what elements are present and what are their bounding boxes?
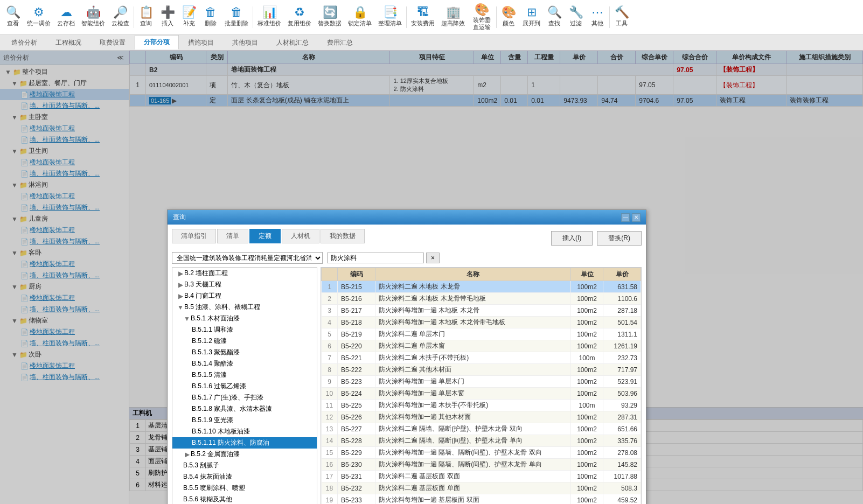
toolbar-lock-clear[interactable]: 🔒 锁定清单 <box>345 5 375 29</box>
toolbar-other[interactable]: ⋯ 其他 <box>587 5 608 29</box>
dialog-result-row[interactable]: 4 B5-218 防火涂料每增加一遍 木地板 木龙骨带毛地板 100m2 501… <box>322 317 641 328</box>
toolbar-batch-delete[interactable]: 🗑 批量删除 <box>221 5 252 29</box>
result-code: B5-229 <box>338 447 375 459</box>
dtree-b5-1-6[interactable]: B.5.1.6 过氯乙烯漆 <box>172 381 317 392</box>
toolbar-supplement[interactable]: 📝 补充 <box>178 5 200 29</box>
tab-cost-analysis[interactable]: 造价分析 <box>2 36 46 50</box>
dialog-result-row[interactable]: 8 B5-222 防火涂料二遍 其他木材面 100m2 717.97 <box>322 364 641 376</box>
toolbar-insert[interactable]: ➕ 插入 <box>157 5 178 29</box>
dialog-result-row[interactable]: 5 B5-219 防火涂料二遍 单层木门 100m2 1311.1 <box>322 328 641 340</box>
dialog-result-row[interactable]: 14 B5-228 防火涂料二遍 隔墙、隔断(间壁)、护壁木龙骨 单向 100m… <box>322 435 641 447</box>
dialog-result-row[interactable]: 3 B5-217 防火涂料每增加一遍 木地板 木龙骨 100m2 287.18 <box>322 305 641 317</box>
dialog-result-row[interactable]: 1 B5-215 防火涂料二遍 木地板 木龙骨 100m2 631.58 <box>322 281 641 293</box>
dialog-result-row[interactable]: 12 B5-226 防火涂料每增加一遍 其他木材面 100m2 287.31 <box>322 411 641 423</box>
toolbar-query[interactable]: 📋 查询 <box>135 5 157 29</box>
toolbar-delete[interactable]: 🗑 删除 <box>200 5 221 29</box>
dialog-minimize-btn[interactable]: — <box>621 213 630 222</box>
tab-quota-settings[interactable]: 取费设置 <box>91 36 135 50</box>
dialog-action-btns: 插入(I) 替换(R) <box>551 231 642 246</box>
toolbar-install-cost[interactable]: 🏗 安装费用 <box>408 5 438 29</box>
find-icon: 🔍 <box>547 6 562 18</box>
dtree-b5-6[interactable]: B.5.6 裱糊及其他 <box>172 494 317 504</box>
toolbar-cloud-check[interactable]: 🔎 云检查 <box>108 5 133 29</box>
dialog-result-row[interactable]: 18 B5-232 防火涂料二遍 基层板面 单面 100m2 508.3 <box>322 482 641 494</box>
insert-btn[interactable]: 插入(I) <box>551 231 593 246</box>
dialog-result-row[interactable]: 13 B5-227 防火涂料二遍 隔墙、隔断(护壁)、护壁木龙骨 双向 100m… <box>322 423 641 435</box>
toolbar-color[interactable]: 🎨 颜色 <box>498 5 519 29</box>
toolbar-replace-data[interactable]: 🔄 替换数据 <box>315 5 345 29</box>
tools-icon: 🔨 <box>615 6 629 18</box>
result-name: 防火涂料每增加一遍 单层木窗 <box>375 388 571 400</box>
result-price: 1100.6 <box>603 293 641 305</box>
dialog-result-row[interactable]: 16 B5-230 防火涂料每增加一遍 隔墙、隔断(间壁)、护壁木龙骨 单向 1… <box>322 459 641 471</box>
toolbar-reuse-group[interactable]: ♻ 复用组价 <box>284 5 315 29</box>
replace-btn[interactable]: 替换(R) <box>597 231 642 246</box>
toolbar-decor-vert[interactable]: 🎨 装饰垂直运输 <box>468 3 495 31</box>
dtree-b5-1-9[interactable]: B.5.1.9 亚光漆 <box>172 415 317 426</box>
dtree-b5-2[interactable]: ▶ B.5.2 金属面油漆 <box>172 449 317 460</box>
toolbar-smart-price-label: 智能组价 <box>81 19 105 27</box>
result-unit: 100m2 <box>571 388 603 400</box>
tab-cost-summary[interactable]: 费用汇总 <box>318 36 362 50</box>
toolbar-filter[interactable]: 🔧 过滤 <box>565 5 587 29</box>
toolbar-look[interactable]: 🔍 查看 <box>2 5 24 29</box>
dtree-b5-1-11[interactable]: B.5.1.11 防火涂料、防腐油 <box>172 437 317 449</box>
dtree-b5-1-7[interactable]: B.5.1.7 广(生)漆、手扫漆 <box>172 392 317 403</box>
dtree-b5-1-8[interactable]: B.5.1.8 家具漆、水清木器漆 <box>172 403 317 415</box>
dialog-result-row[interactable]: 9 B5-223 防火涂料每增加一遍 单层木门 100m2 523.91 <box>322 376 641 388</box>
search-clear-btn[interactable]: × <box>426 253 440 263</box>
result-code: B5-226 <box>338 411 375 423</box>
tab-measures[interactable]: 措施项目 <box>179 36 223 50</box>
result-num: 11 <box>322 400 338 411</box>
toolbar-lock-clear-label: 锁定清单 <box>348 19 372 27</box>
dtree-b5-1-2[interactable]: B.5.1.2 磁漆 <box>172 335 317 347</box>
tab-other-items[interactable]: 其他项目 <box>223 36 267 50</box>
toolbar-super-high[interactable]: 🏢 超高降效 <box>438 5 468 29</box>
result-unit: 100m2 <box>571 293 603 305</box>
dtree-b3[interactable]: ▶ B.3 天棚工程 <box>172 279 317 290</box>
tab-labor-machine[interactable]: 人材机 <box>282 229 319 243</box>
dialog-result-row[interactable]: 19 B5-233 防火涂料每增加一遍 基层板面 双面 100m2 459.52 <box>322 494 641 505</box>
dtree-b5[interactable]: ▼ B.5 油漆、涂料、裱糊工程 <box>172 302 317 313</box>
result-code: B5-215 <box>338 281 375 293</box>
tab-project-overview[interactable]: 工程概况 <box>46 36 91 50</box>
toolbar-organize-clear[interactable]: 📑 整理清单 <box>375 5 405 29</box>
dtree-b5-1-3[interactable]: B.5.1.3 聚氨酯漆 <box>172 347 317 358</box>
tab-list[interactable]: 清单 <box>217 229 248 243</box>
dialog-result-row[interactable]: 6 B5-220 防火涂料二遍 单层木窗 100m2 1261.19 <box>322 340 641 352</box>
toolbar-cloud-save[interactable]: ☁ 云存档 <box>54 5 78 29</box>
toolbar-find[interactable]: 🔍 查找 <box>544 5 565 29</box>
dialog-result-row[interactable]: 17 B5-231 防火涂料二遍 基层板面 双面 100m2 1017.88 <box>322 471 641 482</box>
toolbar-smart-price[interactable]: 🤖 智能组价 <box>78 5 108 29</box>
dtree-b4[interactable]: ▶ B.4 门窗工程 <box>172 290 317 302</box>
tab-quota[interactable]: 定额 <box>249 229 281 243</box>
dtree-b5-5[interactable]: B.5.5 喷刷涂料、喷塑 <box>172 482 317 494</box>
tab-my-data[interactable]: 我的数据 <box>321 229 365 243</box>
toolbar-tools[interactable]: 🔨 工具 <box>611 5 632 29</box>
dtree-b5-4[interactable]: B.5.4 抹灰面油漆 <box>172 471 317 482</box>
toolbar-unify[interactable]: ⚙ 统一调价 <box>24 5 54 29</box>
result-name: 防火涂料二遍 木地板 木龙骨 <box>375 281 571 293</box>
tab-list-guide[interactable]: 清单指引 <box>172 229 216 243</box>
dialog-result-row[interactable]: 7 B5-221 防火涂料二遍 木扶手(不带托板) 100m 232.73 <box>322 352 641 364</box>
dialog-titlebar: 查询 — ✕ <box>168 210 646 225</box>
dtree-b5-1[interactable]: ▼ B.5.1 木材面油漆 <box>172 313 317 324</box>
search-input[interactable] <box>327 253 424 263</box>
dtree-b5-1-1[interactable]: B.5.1.1 调和漆 <box>172 324 317 335</box>
tab-labor-machine[interactable]: 人材机汇总 <box>267 36 318 50</box>
dtree-b5-1-4[interactable]: B.5.1.4 聚酯漆 <box>172 358 317 369</box>
toolbar-std-group[interactable]: 📊 标准组价 <box>254 5 284 29</box>
dtree-b5-1-10[interactable]: B.5.1.10 木地板油漆 <box>172 426 317 437</box>
dialog-result-row[interactable]: 10 B5-224 防火涂料每增加一遍 单层木窗 100m2 503.96 <box>322 388 641 400</box>
dialog-result-row[interactable]: 15 B5-229 防火涂料每增加一遍 隔墙、隔断(间壁)、护壁木龙骨 双向 1… <box>322 447 641 459</box>
result-col-num <box>322 268 338 281</box>
dialog-result-row[interactable]: 11 B5-225 防火涂料每增加一遍 木扶手(不带托板) 100m 93.29 <box>322 400 641 411</box>
tab-part-section[interactable]: 分部分项 <box>135 35 179 50</box>
dtree-b5-1-5[interactable]: B.5.1.5 清漆 <box>172 369 317 381</box>
quota-source-select[interactable]: 全国统一建筑装饰装修工程消耗量定额河北省消耗量定额(20... <box>172 252 323 264</box>
dialog-result-row[interactable]: 2 B5-216 防火涂料二遍 木地板 木龙骨带毛地板 100m2 1100.6 <box>322 293 641 305</box>
dtree-b2[interactable]: ▶ B.2 墙柱面工程 <box>172 268 317 279</box>
dialog-close-btn[interactable]: ✕ <box>632 213 641 222</box>
toolbar-expand[interactable]: ⊞ 展开到 <box>519 5 544 29</box>
dtree-b5-3[interactable]: B.5.3 刮腻子 <box>172 460 317 471</box>
